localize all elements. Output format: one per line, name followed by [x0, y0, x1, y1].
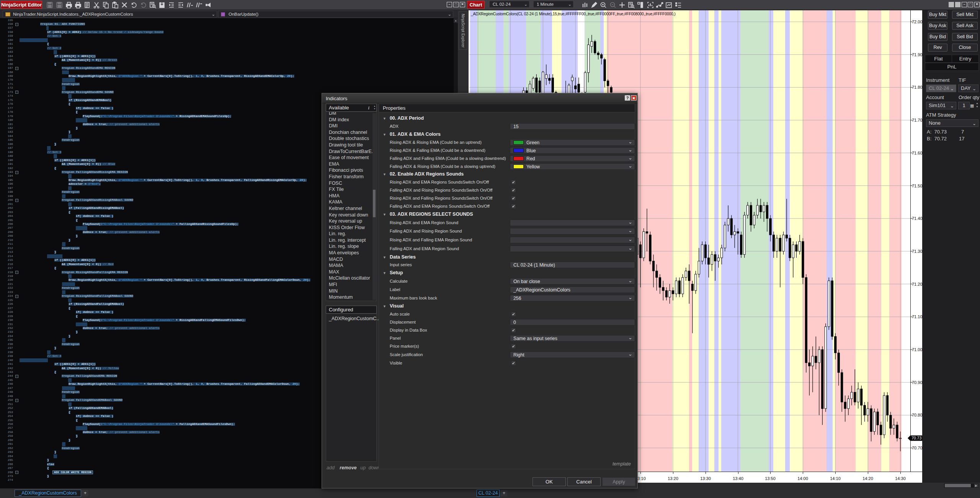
svg-text:70.80: 70.80: [912, 413, 923, 417]
svg-text:71.10: 71.10: [912, 314, 923, 319]
svg-text:71.80: 71.80: [912, 85, 923, 90]
svg-text:71.60: 71.60: [912, 151, 923, 155]
svg-text:71.90: 71.90: [912, 52, 923, 57]
svg-text:72.00: 72.00: [912, 20, 923, 24]
svg-text:71.20: 71.20: [912, 282, 923, 286]
svg-text:71.30: 71.30: [912, 249, 923, 254]
svg-text:70.73: 70.73: [911, 436, 921, 440]
svg-text:71.70: 71.70: [912, 118, 923, 122]
svg-text:71.50: 71.50: [912, 184, 923, 188]
svg-text:71.00: 71.00: [912, 347, 923, 352]
svg-text:70.90: 70.90: [912, 380, 923, 385]
svg-text:71.40: 71.40: [912, 216, 923, 221]
svg-text:70.70: 70.70: [912, 446, 923, 450]
